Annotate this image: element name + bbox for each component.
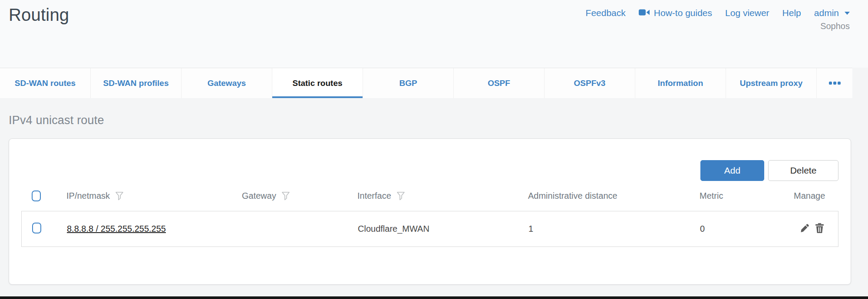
tab-ospf[interactable]: OSPF — [453, 68, 544, 98]
delete-route-button[interactable] — [815, 223, 824, 235]
top-header: Routing Feedback How-to guides Log viewe… — [0, 0, 868, 68]
howto-guides-label: How-to guides — [654, 8, 712, 18]
edit-route-button[interactable] — [800, 223, 809, 235]
tab-label: Static routes — [292, 79, 342, 88]
row-checkbox[interactable] — [32, 223, 41, 233]
tab-gateways[interactable]: Gateways — [181, 68, 272, 98]
tab-sd-wan-profiles[interactable]: SD-WAN profiles — [90, 68, 181, 98]
column-label: Manage — [794, 191, 825, 201]
column-label: IP/netmask — [66, 191, 110, 201]
row-manage-cell — [773, 223, 838, 235]
user-name-label: admin — [814, 8, 839, 18]
user-menu[interactable]: admin — [814, 8, 850, 18]
row-administrative-distance-cell: 1 — [528, 224, 700, 234]
main-content: IPv4 unicast route Add Delete IP/netmask… — [0, 98, 868, 299]
column-label: Gateway — [242, 191, 276, 201]
tab-sd-wan-routes[interactable]: SD-WAN routes — [0, 68, 90, 98]
log-viewer-label: Log viewer — [725, 8, 769, 18]
top-nav: Feedback How-to guides Log viewer Help a… — [586, 4, 850, 31]
tab-label: Upstream proxy — [740, 79, 803, 88]
tabs-more-button[interactable] — [816, 68, 852, 98]
table-row: 8.8.8.8 / 255.255.255.255 Cloudflare_MWA… — [21, 211, 838, 247]
funnel-icon[interactable] — [116, 192, 123, 200]
column-header-gateway: Gateway — [242, 191, 357, 201]
tab-information[interactable]: Information — [635, 68, 726, 98]
add-button[interactable]: Add — [700, 160, 764, 181]
tab-label: OSPF — [488, 79, 510, 88]
feedback-label: Feedback — [586, 8, 626, 18]
routing-page: Routing Feedback How-to guides Log viewe… — [0, 0, 868, 299]
row-metric-cell: 0 — [700, 224, 773, 234]
tab-bgp[interactable]: BGP — [363, 68, 453, 98]
table-toolbar: Add Delete — [21, 139, 838, 181]
column-header-manage: Manage — [773, 191, 838, 201]
routing-tabbar: SD-WAN routes SD-WAN profiles Gateways S… — [0, 68, 852, 98]
column-label: Administrative distance — [528, 191, 617, 201]
select-all-checkbox[interactable] — [32, 191, 41, 201]
tab-label: SD-WAN routes — [15, 79, 76, 88]
tab-ospfv3[interactable]: OSPFv3 — [544, 68, 635, 98]
pencil-icon — [800, 223, 809, 235]
section-title: IPv4 unicast route — [9, 114, 851, 127]
column-header-metric: Metric — [700, 191, 773, 201]
caret-down-icon — [845, 12, 850, 15]
funnel-icon[interactable] — [397, 192, 405, 200]
help-label: Help — [782, 8, 801, 18]
tab-label: OSPFv3 — [574, 79, 606, 88]
column-header-interface: Interface — [357, 191, 528, 201]
howto-guides-link[interactable]: How-to guides — [639, 8, 712, 18]
tab-label: BGP — [399, 79, 417, 88]
column-header-administrative-distance: Administrative distance — [528, 191, 700, 201]
help-link[interactable]: Help — [782, 8, 801, 18]
tab-static-routes[interactable]: Static routes — [272, 68, 363, 98]
column-label: Metric — [700, 191, 723, 201]
ellipsis-icon — [829, 82, 832, 85]
route-link[interactable]: 8.8.8.8 / 255.255.255.255 — [67, 224, 166, 233]
brand-label: Sophos — [820, 21, 850, 31]
video-camera-icon — [639, 8, 650, 18]
page-title: Routing — [9, 5, 69, 25]
feedback-link[interactable]: Feedback — [586, 8, 626, 18]
delete-button[interactable]: Delete — [768, 160, 838, 181]
funnel-icon[interactable] — [282, 192, 290, 200]
table-header-row: IP/netmask Gateway Interface — [21, 181, 838, 211]
column-label: Interface — [357, 191, 391, 201]
tab-upstream-proxy[interactable]: Upstream proxy — [726, 68, 816, 98]
log-viewer-link[interactable]: Log viewer — [725, 8, 769, 18]
tab-label: Gateways — [208, 79, 246, 88]
tab-label: Information — [658, 79, 703, 88]
bottom-edge-bar — [0, 296, 868, 299]
trash-icon — [815, 223, 824, 235]
row-interface-cell: Cloudflare_MWAN — [358, 224, 528, 234]
static-routes-card: Add Delete IP/netmask Gateway — [9, 138, 851, 285]
column-header-ip-netmask: IP/netmask — [66, 191, 242, 201]
tab-label: SD-WAN profiles — [103, 79, 169, 88]
